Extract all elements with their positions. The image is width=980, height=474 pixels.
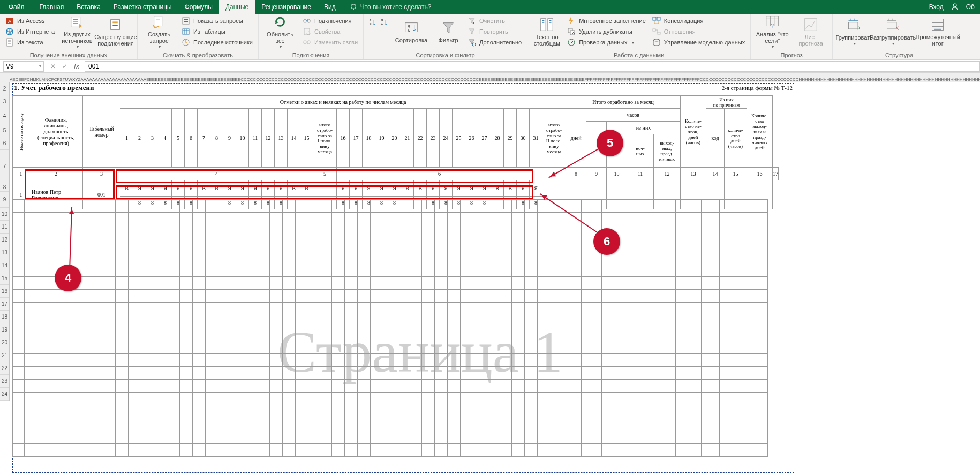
btn-new-query[interactable]: Создать запрос▾	[141, 15, 177, 48]
cancel-icon[interactable]: ✕	[47, 61, 59, 72]
sort-asc-icon: АЯ	[368, 18, 376, 27]
btn-sort-asc[interactable]: АЯ	[367, 17, 378, 28]
group-forecast: Прогноз	[781, 51, 803, 59]
column-headers[interactable]: AECEEFCHIJKLMNCFCFSTUWXYZAAAAAAAAAAAAAAA…	[0, 73, 980, 82]
group-outline: Структура	[885, 51, 913, 59]
reapply-icon	[468, 27, 476, 36]
forecast-icon	[803, 17, 819, 33]
btn-show-queries[interactable]: Показать запросы	[179, 16, 255, 26]
callout-4: 4	[55, 265, 81, 291]
name-box[interactable]: V9▾	[3, 61, 44, 72]
btn-text-to-columns[interactable]: Текст по столбцам	[531, 15, 563, 48]
svg-rect-34	[570, 31, 575, 35]
sheet-area[interactable]: 2 3 4 5 6 7 8 9 10 111213141516171819202…	[0, 82, 980, 474]
btn-sort[interactable]: ЯАСортировка	[391, 15, 431, 48]
btn-existing-conn[interactable]: Существующие подключения	[97, 15, 134, 48]
tab-home[interactable]: Главная	[33, 0, 71, 14]
svg-rect-22	[307, 41, 310, 44]
svg-rect-43	[805, 19, 817, 31]
svg-rect-7	[71, 17, 80, 27]
clear-icon	[468, 17, 476, 25]
svg-text:А: А	[408, 28, 410, 33]
share-label: Об	[961, 3, 980, 11]
btn-relationships: Отношения	[650, 27, 747, 36]
svg-rect-21	[304, 41, 306, 44]
btn-data-valid[interactable]: Проверка данных▾	[565, 37, 648, 47]
fx-icon[interactable]: fx	[71, 61, 82, 72]
btn-from-text[interactable]: Из текста	[3, 37, 57, 47]
svg-rect-1	[353, 9, 354, 10]
data-model-icon	[652, 38, 661, 47]
link-chain-icon	[303, 17, 311, 25]
svg-rect-45	[887, 22, 897, 28]
btn-group[interactable]: Группировать▾	[836, 15, 872, 48]
btn-data-model[interactable]: Управление моделью данных	[650, 37, 747, 47]
tab-formulas[interactable]: Формулы	[178, 0, 219, 14]
share-icon[interactable]	[949, 1, 961, 13]
login-button[interactable]: Вход	[924, 3, 949, 11]
btn-advanced[interactable]: Дополнительно	[465, 37, 524, 47]
btn-recent-sources[interactable]: Последние источники	[179, 37, 255, 47]
ungroup-icon	[885, 17, 901, 33]
tab-layout[interactable]: Разметка страницы	[107, 0, 178, 14]
highlight-fio	[25, 169, 115, 199]
svg-point-40	[653, 39, 660, 41]
btn-filter[interactable]: Фильтр	[433, 15, 463, 48]
formula-input[interactable]: 001	[85, 61, 980, 72]
btn-from-other[interactable]: Из других источников▾	[59, 15, 95, 48]
tell-me[interactable]: Что вы хотите сделать?	[342, 3, 439, 11]
whatif-icon: ?	[764, 14, 780, 30]
btn-from-access[interactable]: AИз Access	[3, 16, 57, 26]
btn-sort-desc[interactable]: ЯА	[379, 17, 389, 28]
rel-icon	[652, 27, 661, 36]
svg-rect-11	[154, 16, 162, 26]
btn-remove-dup[interactable]: Удалить дубликаты	[565, 27, 648, 36]
btn-connections[interactable]: Подключения	[300, 16, 360, 26]
group-ext-data: Получение внешних данных	[30, 51, 108, 59]
empty-grid	[12, 199, 768, 457]
refresh-icon	[272, 14, 288, 30]
svg-rect-37	[657, 17, 660, 20]
formula-bar: V9▾ ✕ ✓ fx 001	[0, 60, 980, 73]
tab-data[interactable]: Данные	[219, 0, 255, 14]
btn-flash-fill[interactable]: Мгновенное заполнение	[565, 16, 648, 26]
btn-subtotal[interactable]: Промежуточный итог	[913, 15, 962, 48]
enter-icon[interactable]: ✓	[59, 61, 71, 72]
edit-links-icon	[303, 38, 311, 47]
tab-insert[interactable]: Вставка	[70, 0, 107, 14]
svg-point-30	[472, 43, 476, 46]
btn-properties: Свойства	[300, 27, 360, 36]
tell-me-label: Что вы хотите сделать?	[360, 3, 432, 11]
sort-icon: ЯА	[403, 20, 419, 36]
btn-edit-links: Изменить связи	[300, 37, 360, 47]
menu-bar: Файл Главная Вставка Разметка страницы Ф…	[0, 0, 980, 14]
consolidate-icon	[652, 17, 661, 25]
globe-icon	[5, 27, 14, 36]
access-icon: A	[5, 17, 14, 25]
svg-text:Я: Я	[381, 19, 383, 22]
svg-rect-10	[112, 25, 117, 26]
validation-icon	[567, 38, 576, 47]
other-sources-icon	[69, 14, 85, 30]
row-headers[interactable]: 2 3 4 5 6 7 8 9 10 111213141516171819202…	[0, 82, 10, 401]
t2c-icon	[539, 17, 555, 33]
tab-view[interactable]: Вид	[318, 0, 342, 14]
btn-what-if[interactable]: ?Анализ "что если"▾	[754, 15, 790, 48]
tab-file[interactable]: Файл	[0, 0, 33, 14]
ribbon: AИз Access Из Интернета Из текста Из дру…	[0, 14, 980, 60]
btn-ungroup[interactable]: Разгруппировать▾	[875, 15, 911, 48]
svg-rect-46	[932, 19, 944, 30]
svg-rect-39	[658, 32, 660, 34]
btn-from-web[interactable]: Из Интернета	[3, 27, 57, 36]
text-file-icon	[5, 38, 14, 47]
svg-text:Я: Я	[369, 22, 371, 26]
remove-dup-icon	[567, 27, 576, 36]
svg-text:А: А	[369, 19, 371, 22]
highlight-row1	[116, 169, 533, 183]
btn-consolidate[interactable]: Консолидация	[650, 16, 747, 26]
callout-5: 5	[597, 130, 623, 156]
tab-review[interactable]: Рецензирование	[255, 0, 318, 14]
svg-rect-38	[653, 29, 655, 31]
btn-refresh-all[interactable]: Обновить все▾	[262, 15, 298, 48]
btn-from-table[interactable]: Из таблицы	[179, 27, 255, 36]
